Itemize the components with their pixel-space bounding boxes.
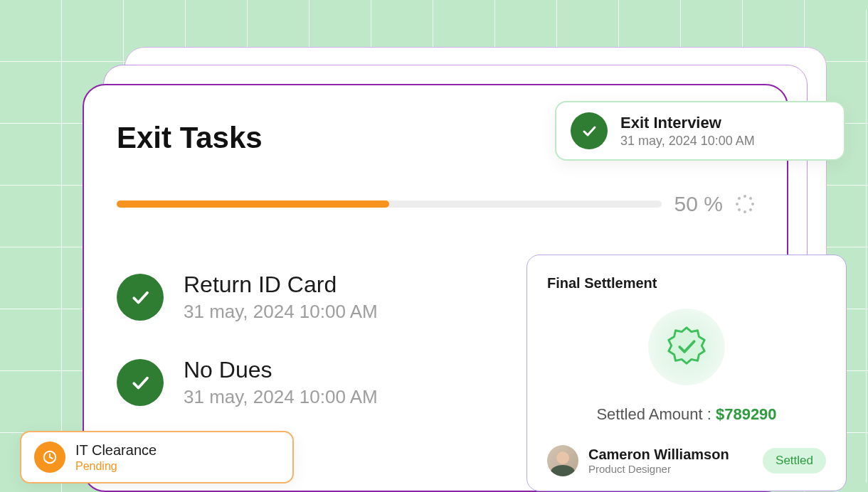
clearance-text: IT Clearance Pending [75, 442, 157, 473]
person-role: Product Designer [588, 463, 729, 475]
task-title: No Dues [184, 357, 378, 383]
task-text: No Dues 31 may, 2024 10:00 AM [184, 357, 378, 408]
task-title: Return ID Card [184, 272, 378, 298]
progress-percent: 50 % [674, 192, 723, 216]
task-date: 31 may, 2024 10:00 AM [184, 386, 378, 408]
check-circle-icon [117, 359, 164, 406]
status-badge: Settled [763, 448, 826, 474]
settlement-seal-wrap [547, 309, 826, 385]
interview-text: Exit Interview 31 may, 2024 10:00 AM [620, 114, 755, 149]
clearance-title: IT Clearance [75, 442, 157, 459]
interview-title: Exit Interview [620, 114, 755, 132]
clearance-status: Pending [75, 460, 157, 473]
task-date: 31 may, 2024 10:00 AM [184, 301, 378, 323]
verified-seal-icon [648, 309, 725, 385]
it-clearance-card[interactable]: IT Clearance Pending [20, 431, 294, 483]
avatar [547, 445, 578, 476]
settled-amount-value: $789290 [716, 405, 777, 423]
person-text: Cameron Williamson Product Designer [588, 446, 729, 475]
clock-icon [34, 442, 65, 473]
settlement-title: Final Settlement [547, 275, 826, 292]
check-circle-icon [117, 274, 164, 321]
exit-interview-card[interactable]: Exit Interview 31 may, 2024 10:00 AM [555, 101, 845, 161]
loading-spinner-icon [736, 195, 754, 213]
progress-bar[interactable] [117, 200, 662, 208]
progress-row: 50 % [117, 192, 754, 216]
interview-date: 31 may, 2024 10:00 AM [620, 134, 755, 149]
settled-amount-label: Settled Amount : [596, 405, 716, 423]
progress-fill [117, 200, 389, 208]
settled-amount-row: Settled Amount : $789290 [547, 405, 826, 424]
person-name: Cameron Williamson [588, 446, 729, 463]
final-settlement-card: Final Settlement Settled Amount : $78929… [526, 255, 847, 491]
check-circle-icon [571, 112, 608, 149]
settlement-person-row: Cameron Williamson Product Designer Sett… [547, 445, 826, 476]
task-text: Return ID Card 31 may, 2024 10:00 AM [184, 272, 378, 323]
